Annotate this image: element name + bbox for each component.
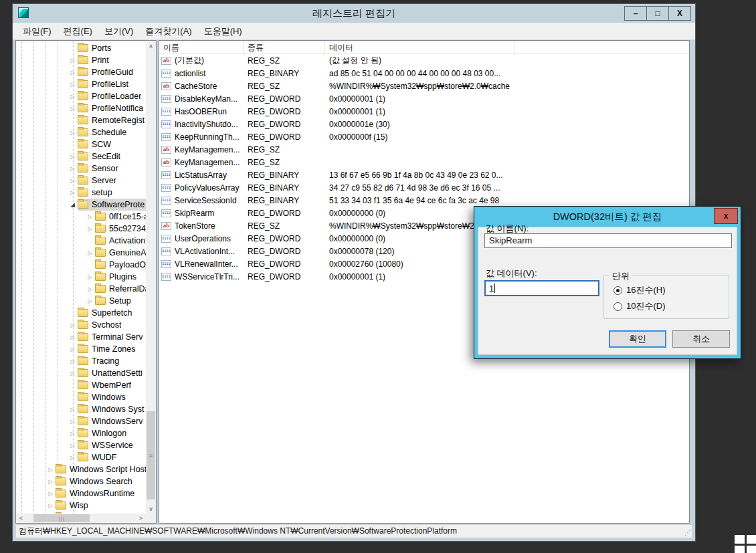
minimize-button[interactable]: –	[624, 6, 647, 21]
tree-item[interactable]: ▷ReferralDa	[16, 283, 146, 295]
scroll-right-icon[interactable]: >	[136, 514, 146, 523]
expand-icon[interactable]: ▷	[68, 419, 78, 425]
tree-item[interactable]: ▷Print	[16, 54, 146, 66]
expand-icon[interactable]: ▷	[45, 467, 56, 473]
title-bar[interactable]: 레지스트리 편집기 – □ X	[13, 4, 695, 23]
expand-icon[interactable]: ▷	[68, 58, 78, 64]
tree-item[interactable]: SCW	[16, 138, 146, 150]
expand-icon[interactable]: ▷	[68, 82, 78, 88]
tree-item[interactable]: Ports	[16, 42, 146, 54]
ok-button[interactable]: 확인	[609, 330, 666, 348]
tree-item[interactable]: ▷Svchost	[16, 319, 146, 331]
value-row[interactable]: 011110LicStatusArrayREG_BINARY13 6f 67 e…	[159, 169, 689, 181]
tree-vertical-scrollbar[interactable]: ∧ ≡ ∨	[146, 41, 156, 514]
column-header-type[interactable]: 종류	[244, 41, 325, 53]
value-row[interactable]: abCacheStoreREG_SZ%WINDIR%₩System32₩spp₩…	[159, 80, 689, 92]
expand-icon[interactable]: ▷	[68, 431, 78, 437]
expand-icon[interactable]: ▷	[68, 190, 78, 196]
tree-item[interactable]: ▷GenuineAp	[16, 247, 146, 259]
value-row[interactable]: 011110PolicyValuesArrayREG_BINARY34 27 c…	[159, 181, 689, 194]
tree-item[interactable]: ▷Tracing	[16, 355, 146, 367]
tree-item[interactable]: Activation	[16, 235, 146, 247]
expand-icon[interactable]: ▷	[68, 154, 78, 160]
menu-item[interactable]: 보기(V)	[98, 23, 139, 40]
tree-item[interactable]: ▷Sensor	[16, 162, 146, 175]
tree-item[interactable]: Superfetch	[16, 307, 146, 319]
expand-icon[interactable]: ▷	[45, 479, 56, 485]
tree-item[interactable]: ▷WindowsRuntime	[16, 487, 146, 500]
expand-icon[interactable]: ▷	[68, 322, 78, 328]
column-header-data[interactable]: 데이터	[325, 41, 514, 53]
expand-icon[interactable]: ▷	[85, 274, 95, 280]
expand-icon[interactable]: ▷	[68, 455, 78, 461]
tree-item[interactable]: WbemPerf	[16, 379, 146, 391]
tree-item[interactable]: ▷ProfileLoader	[16, 90, 146, 102]
tree-item[interactable]: ▷55c92734	[16, 223, 146, 235]
expand-icon[interactable]: ▷	[85, 226, 95, 232]
tree-item[interactable]: ▷ProfileNotifica	[16, 102, 146, 114]
value-row[interactable]: abKeyManagemen...REG_SZ	[159, 143, 689, 156]
tree-item[interactable]: ▷Setup	[16, 295, 146, 307]
expand-icon[interactable]: ▷	[45, 503, 56, 509]
tree-item[interactable]: ▷ProfileGuid	[16, 66, 146, 78]
dialog-close-button[interactable]: x	[714, 208, 738, 224]
tree-item[interactable]: ▷Terminal Serv	[16, 331, 146, 343]
scroll-down-icon[interactable]: ∨	[146, 504, 156, 514]
radio-selected-icon[interactable]	[613, 286, 622, 295]
value-row[interactable]: ab(기본값)REG_SZ(값 설정 안 됨)	[159, 54, 689, 67]
tree-horizontal-scrollbar[interactable]: < ||| >	[16, 514, 146, 523]
radio-hexadecimal[interactable]: 16진수(H)	[613, 284, 666, 296]
tree-item[interactable]: ▷WindowsServ	[16, 415, 146, 427]
value-row[interactable]: 011110HasOOBERunREG_DWORD0x00000001 (1)	[159, 105, 689, 118]
expand-icon[interactable]: ▷	[68, 166, 78, 172]
tree-item[interactable]: RemoteRegist	[16, 114, 146, 126]
value-row[interactable]: 011110InactivityShutdo...REG_DWORD0x0000…	[159, 118, 689, 130]
tree-item[interactable]: ▷setup	[16, 187, 146, 199]
expand-icon[interactable]: ▷	[85, 214, 95, 220]
cancel-button[interactable]: 취소	[672, 330, 730, 348]
menu-item[interactable]: 즐겨찾기(A)	[139, 23, 197, 40]
radio-unselected-icon[interactable]	[613, 302, 622, 311]
horizontal-scrollbar-thumb[interactable]: |||	[33, 514, 90, 522]
value-name-field[interactable]: SkipRearm	[484, 233, 732, 248]
value-row[interactable]: 011110DisableKeyMan...REG_DWORD0x0000000…	[159, 92, 689, 105]
expand-icon[interactable]: ▷	[68, 346, 78, 352]
tree-item[interactable]: ▷Windows Search	[16, 475, 146, 487]
tree-item[interactable]: ▷Wisp	[16, 500, 146, 512]
expand-icon[interactable]: ▷	[68, 106, 78, 112]
tree-item[interactable]: ▷Windows Syst	[16, 403, 146, 415]
tree-item[interactable]: ▷SecEdit	[16, 150, 146, 162]
vertical-scrollbar-thumb[interactable]: ≡	[147, 411, 155, 500]
radio-decimal[interactable]: 10진수(D)	[613, 300, 666, 312]
menu-item[interactable]: 도움말(H)	[198, 23, 248, 40]
resize-grip-icon[interactable]: ⋰	[682, 528, 691, 537]
value-data-field[interactable]: 1	[484, 280, 599, 296]
tree-item[interactable]: ▷UnattendSetti	[16, 367, 146, 379]
collapse-icon[interactable]: ◢	[68, 201, 78, 208]
tree-item[interactable]: ▷0ff1ce15-a	[16, 211, 146, 223]
expand-icon[interactable]: ▷	[68, 178, 78, 184]
column-header-name[interactable]: 이름	[159, 41, 244, 53]
expand-icon[interactable]: ▷	[85, 250, 95, 256]
tree-item[interactable]: ▷Windows Script Host	[16, 463, 146, 475]
tree-item[interactable]: PayloadOv	[16, 259, 146, 271]
expand-icon[interactable]: ▷	[85, 286, 95, 292]
scroll-left-icon[interactable]: <	[16, 514, 26, 523]
expand-icon[interactable]: ▷	[85, 298, 95, 304]
tree-item[interactable]: ▷Server	[16, 175, 146, 187]
expand-icon[interactable]: ▷	[45, 491, 56, 497]
menu-item[interactable]: 편집(E)	[58, 23, 98, 40]
expand-icon[interactable]: ▷	[68, 70, 78, 76]
maximize-button[interactable]: □	[646, 6, 669, 21]
tree-item[interactable]: ▷WUDF	[16, 451, 146, 463]
tree-item[interactable]: ▷Time Zones	[16, 343, 146, 355]
expand-icon[interactable]: ▷	[68, 370, 78, 376]
expand-icon[interactable]: ▷	[68, 358, 78, 364]
tree-item[interactable]: ▷Winlogon	[16, 427, 146, 439]
value-row[interactable]: 011110ServiceSessionIdREG_BINARY51 33 34…	[159, 194, 689, 207]
value-row[interactable]: abKeyManagemen...REG_SZ	[159, 156, 689, 169]
expand-icon[interactable]: ▷	[68, 334, 78, 340]
tree-item[interactable]: Windows	[16, 391, 146, 403]
expand-icon[interactable]: ▷	[68, 130, 78, 136]
scroll-up-icon[interactable]: ∧	[146, 41, 156, 51]
